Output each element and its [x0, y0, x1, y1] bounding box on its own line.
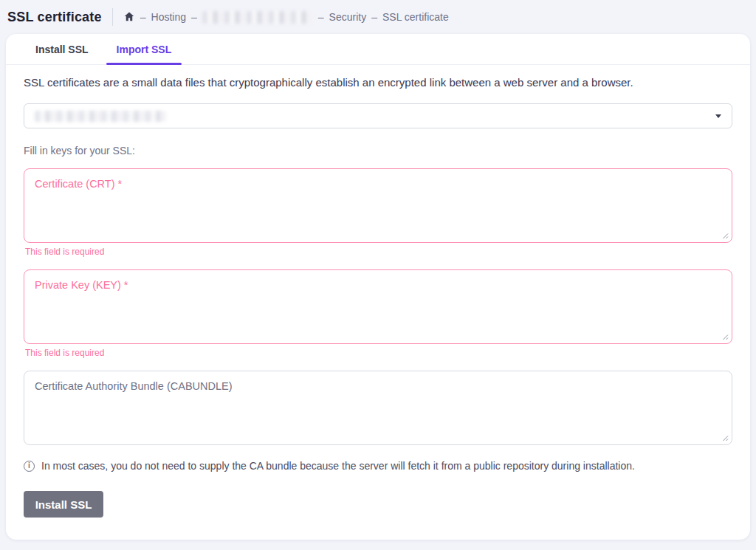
breadcrumb-security[interactable]: Security: [329, 11, 367, 23]
breadcrumb-separator: –: [191, 11, 197, 23]
install-ssl-button[interactable]: Install SSL: [24, 491, 103, 518]
certificate-crt-field: This field is required: [24, 168, 732, 258]
tab-import-ssl[interactable]: Import SSL: [106, 34, 182, 64]
private-key-error: This field is required: [25, 348, 732, 359]
breadcrumb-current: SSL certificate: [382, 11, 449, 23]
cabundle-textarea[interactable]: [24, 371, 732, 445]
ssl-description: SSL certificates are a small data files …: [24, 75, 732, 90]
cabundle-field: [24, 371, 732, 445]
tab-install-ssl-label: Install SSL: [35, 44, 89, 55]
breadcrumb-separator: –: [140, 11, 146, 23]
header-divider: [112, 8, 113, 26]
private-key-textarea[interactable]: [24, 269, 732, 344]
certificate-crt-error: This field is required: [25, 247, 732, 258]
home-icon[interactable]: [123, 11, 135, 22]
certificate-crt-textarea[interactable]: [24, 168, 732, 243]
breadcrumb-hosting[interactable]: Hosting: [151, 11, 186, 23]
breadcrumb-separator: –: [371, 11, 377, 23]
domain-select-redacted-value: [35, 111, 166, 122]
private-key-field: This field is required: [24, 269, 732, 359]
page-header: SSL certificate – Hosting – – Security –…: [0, 0, 756, 34]
breadcrumb-separator: –: [318, 11, 324, 23]
tab-import-ssl-label: Import SSL: [117, 44, 172, 55]
breadcrumb-redacted-domain: [202, 11, 313, 24]
fill-keys-label: Fill in keys for your SSL:: [24, 145, 732, 157]
tab-bar: Install SSL Import SSL: [6, 34, 750, 65]
ssl-certificate-card: Install SSL Import SSL SSL certificates …: [6, 34, 750, 540]
import-ssl-panel: SSL certificates are a small data files …: [6, 65, 750, 518]
page-title: SSL certificate: [7, 10, 102, 25]
domain-select[interactable]: [24, 103, 732, 128]
info-icon: i: [24, 461, 35, 472]
breadcrumb: – Hosting – – Security – SSL certificate: [123, 11, 449, 24]
tab-install-ssl[interactable]: Install SSL: [25, 34, 99, 64]
chevron-down-icon: [715, 114, 721, 118]
ca-bundle-info-note: i In most cases, you do not need to supp…: [24, 458, 732, 473]
active-tab-underline: [106, 63, 182, 65]
info-note-text: In most cases, you do not need to supply…: [41, 458, 635, 473]
